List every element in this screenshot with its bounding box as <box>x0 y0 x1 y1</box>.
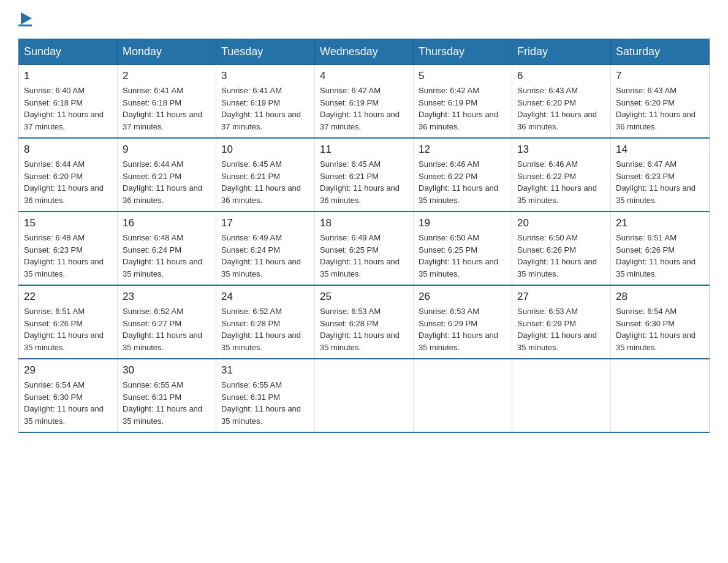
calendar-cell <box>414 359 512 432</box>
calendar-cell: 16 Sunrise: 6:48 AMSunset: 6:24 PMDaylig… <box>118 212 216 285</box>
day-number: 10 <box>221 144 309 156</box>
day-number: 24 <box>221 291 309 303</box>
logo-arrow-icon <box>21 12 32 25</box>
calendar-cell <box>512 359 611 432</box>
day-info: Sunrise: 6:42 AMSunset: 6:19 PMDaylight:… <box>419 85 507 132</box>
day-number: 3 <box>221 70 309 82</box>
calendar-cell: 7 Sunrise: 6:43 AMSunset: 6:20 PMDayligh… <box>611 65 710 139</box>
day-info: Sunrise: 6:46 AMSunset: 6:22 PMDaylight:… <box>419 158 507 206</box>
calendar-cell: 25 Sunrise: 6:53 AMSunset: 6:28 PMDaylig… <box>315 285 414 359</box>
calendar-cell: 9 Sunrise: 6:44 AMSunset: 6:21 PMDayligh… <box>118 138 216 212</box>
calendar-week-row: 22 Sunrise: 6:51 AMSunset: 6:26 PMDaylig… <box>19 285 710 359</box>
day-info: Sunrise: 6:48 AMSunset: 6:24 PMDaylight:… <box>123 232 211 280</box>
day-info: Sunrise: 6:54 AMSunset: 6:30 PMDaylight:… <box>24 379 112 427</box>
day-number: 4 <box>320 70 408 82</box>
day-number: 12 <box>419 144 507 156</box>
calendar-cell: 18 Sunrise: 6:49 AMSunset: 6:25 PMDaylig… <box>315 212 414 285</box>
day-number: 21 <box>616 217 704 229</box>
day-number: 22 <box>24 291 112 303</box>
weekday-header-thursday: Thursday <box>414 39 512 65</box>
day-info: Sunrise: 6:53 AMSunset: 6:29 PMDaylight:… <box>419 305 507 353</box>
day-info: Sunrise: 6:41 AMSunset: 6:18 PMDaylight:… <box>123 85 211 132</box>
calendar-cell: 31 Sunrise: 6:55 AMSunset: 6:31 PMDaylig… <box>216 359 315 432</box>
calendar-cell: 30 Sunrise: 6:55 AMSunset: 6:31 PMDaylig… <box>118 359 216 432</box>
day-info: Sunrise: 6:52 AMSunset: 6:27 PMDaylight:… <box>123 305 211 353</box>
day-info: Sunrise: 6:43 AMSunset: 6:20 PMDaylight:… <box>616 85 704 132</box>
day-number: 8 <box>24 144 112 156</box>
day-number: 16 <box>123 217 211 229</box>
calendar-cell: 19 Sunrise: 6:50 AMSunset: 6:25 PMDaylig… <box>414 212 512 285</box>
calendar-cell: 27 Sunrise: 6:53 AMSunset: 6:29 PMDaylig… <box>512 285 611 359</box>
day-number: 31 <box>221 364 309 377</box>
calendar-cell: 24 Sunrise: 6:52 AMSunset: 6:28 PMDaylig… <box>216 285 315 359</box>
calendar-cell: 5 Sunrise: 6:42 AMSunset: 6:19 PMDayligh… <box>414 65 512 139</box>
day-number: 23 <box>123 291 211 303</box>
day-number: 7 <box>616 70 704 82</box>
day-number: 25 <box>320 291 408 303</box>
day-number: 20 <box>517 217 605 229</box>
day-info: Sunrise: 6:49 AMSunset: 6:24 PMDaylight:… <box>221 232 309 280</box>
day-number: 1 <box>24 70 112 82</box>
day-number: 30 <box>123 364 211 377</box>
day-info: Sunrise: 6:51 AMSunset: 6:26 PMDaylight:… <box>24 305 112 353</box>
calendar-cell <box>315 359 414 432</box>
weekday-header-friday: Friday <box>512 39 611 65</box>
day-info: Sunrise: 6:49 AMSunset: 6:25 PMDaylight:… <box>320 232 408 280</box>
day-number: 2 <box>123 70 211 82</box>
calendar-cell: 22 Sunrise: 6:51 AMSunset: 6:26 PMDaylig… <box>19 285 118 359</box>
day-info: Sunrise: 6:44 AMSunset: 6:20 PMDaylight:… <box>24 158 112 206</box>
calendar-cell: 2 Sunrise: 6:41 AMSunset: 6:18 PMDayligh… <box>118 65 216 139</box>
day-info: Sunrise: 6:52 AMSunset: 6:28 PMDaylight:… <box>221 305 309 353</box>
day-info: Sunrise: 6:50 AMSunset: 6:26 PMDaylight:… <box>517 232 605 280</box>
day-info: Sunrise: 6:46 AMSunset: 6:22 PMDaylight:… <box>517 158 605 206</box>
calendar-cell: 13 Sunrise: 6:46 AMSunset: 6:22 PMDaylig… <box>512 138 611 212</box>
day-info: Sunrise: 6:50 AMSunset: 6:25 PMDaylight:… <box>419 232 507 280</box>
calendar-cell: 10 Sunrise: 6:45 AMSunset: 6:21 PMDaylig… <box>216 138 315 212</box>
day-info: Sunrise: 6:54 AMSunset: 6:30 PMDaylight:… <box>616 305 704 353</box>
calendar-cell: 4 Sunrise: 6:42 AMSunset: 6:19 PMDayligh… <box>315 65 414 139</box>
day-info: Sunrise: 6:53 AMSunset: 6:29 PMDaylight:… <box>517 305 605 353</box>
calendar-week-row: 8 Sunrise: 6:44 AMSunset: 6:20 PMDayligh… <box>19 138 710 212</box>
day-info: Sunrise: 6:55 AMSunset: 6:31 PMDaylight:… <box>123 379 211 427</box>
logo-underline <box>18 25 32 26</box>
calendar-cell: 11 Sunrise: 6:45 AMSunset: 6:21 PMDaylig… <box>315 138 414 212</box>
day-number: 19 <box>419 217 507 229</box>
calendar-cell: 23 Sunrise: 6:52 AMSunset: 6:27 PMDaylig… <box>118 285 216 359</box>
day-number: 27 <box>517 291 605 303</box>
calendar-cell: 20 Sunrise: 6:50 AMSunset: 6:26 PMDaylig… <box>512 212 611 285</box>
calendar-week-row: 29 Sunrise: 6:54 AMSunset: 6:30 PMDaylig… <box>19 359 710 432</box>
day-number: 11 <box>320 144 408 156</box>
calendar-cell: 3 Sunrise: 6:41 AMSunset: 6:19 PMDayligh… <box>216 65 315 139</box>
day-info: Sunrise: 6:45 AMSunset: 6:21 PMDaylight:… <box>320 158 408 206</box>
calendar-table: SundayMondayTuesdayWednesdayThursdayFrid… <box>18 39 710 433</box>
calendar-cell: 12 Sunrise: 6:46 AMSunset: 6:22 PMDaylig… <box>414 138 512 212</box>
calendar-cell <box>611 359 710 432</box>
day-number: 5 <box>419 70 507 82</box>
day-number: 18 <box>320 217 408 229</box>
day-info: Sunrise: 6:43 AMSunset: 6:20 PMDaylight:… <box>517 85 605 132</box>
day-info: Sunrise: 6:41 AMSunset: 6:19 PMDaylight:… <box>221 85 309 132</box>
weekday-header-row: SundayMondayTuesdayWednesdayThursdayFrid… <box>19 39 710 65</box>
day-number: 28 <box>616 291 704 303</box>
weekday-header-saturday: Saturday <box>611 39 710 65</box>
weekday-header-monday: Monday <box>118 39 216 65</box>
day-info: Sunrise: 6:47 AMSunset: 6:23 PMDaylight:… <box>616 158 704 206</box>
page-header <box>18 12 710 26</box>
day-info: Sunrise: 6:48 AMSunset: 6:23 PMDaylight:… <box>24 232 112 280</box>
calendar-cell: 1 Sunrise: 6:40 AMSunset: 6:18 PMDayligh… <box>19 65 118 139</box>
day-info: Sunrise: 6:44 AMSunset: 6:21 PMDaylight:… <box>123 158 211 206</box>
calendar-cell: 26 Sunrise: 6:53 AMSunset: 6:29 PMDaylig… <box>414 285 512 359</box>
calendar-week-row: 1 Sunrise: 6:40 AMSunset: 6:18 PMDayligh… <box>19 65 710 139</box>
day-info: Sunrise: 6:55 AMSunset: 6:31 PMDaylight:… <box>221 379 309 427</box>
day-info: Sunrise: 6:53 AMSunset: 6:28 PMDaylight:… <box>320 305 408 353</box>
calendar-cell: 15 Sunrise: 6:48 AMSunset: 6:23 PMDaylig… <box>19 212 118 285</box>
day-info: Sunrise: 6:40 AMSunset: 6:18 PMDaylight:… <box>24 85 112 132</box>
logo <box>18 12 32 26</box>
day-number: 13 <box>517 144 605 156</box>
calendar-week-row: 15 Sunrise: 6:48 AMSunset: 6:23 PMDaylig… <box>19 212 710 285</box>
calendar-cell: 28 Sunrise: 6:54 AMSunset: 6:30 PMDaylig… <box>611 285 710 359</box>
calendar-cell: 8 Sunrise: 6:44 AMSunset: 6:20 PMDayligh… <box>19 138 118 212</box>
day-info: Sunrise: 6:45 AMSunset: 6:21 PMDaylight:… <box>221 158 309 206</box>
day-info: Sunrise: 6:51 AMSunset: 6:26 PMDaylight:… <box>616 232 704 280</box>
weekday-header-sunday: Sunday <box>19 39 118 65</box>
